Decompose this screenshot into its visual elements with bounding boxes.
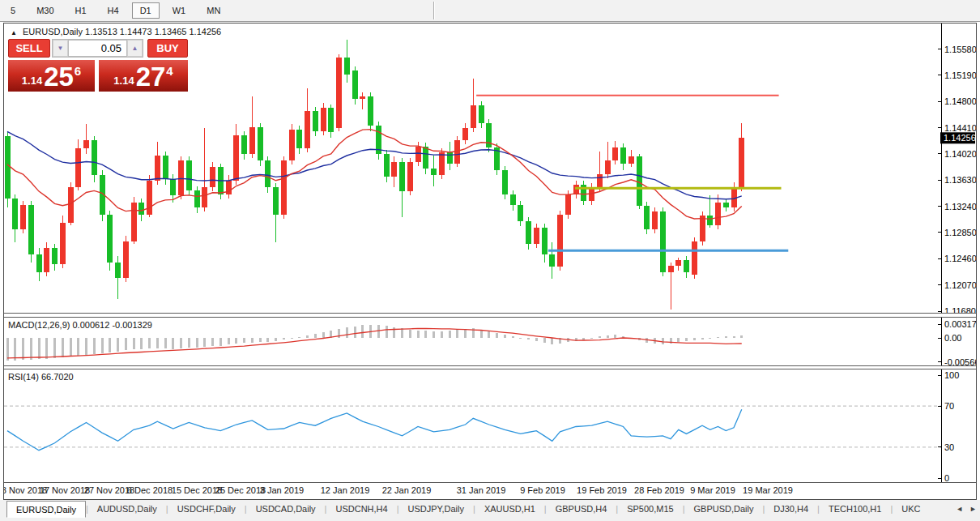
candlestick [138, 203, 144, 215]
candlestick [660, 211, 666, 272]
date-label: 9 Feb 2019 [520, 485, 565, 495]
volume-decrease-icon[interactable]: ▼ [53, 40, 68, 57]
timeframe-button-mn[interactable]: MN [198, 2, 228, 19]
macd-histogram-bar [693, 338, 696, 340]
volume-increase-icon[interactable]: ▲ [127, 40, 143, 57]
macd-label: MACD(12,26,9) 0.000612 -0.001329 [8, 320, 152, 330]
buy-price-tile[interactable]: 1.14 27 4 [99, 60, 188, 92]
candlestick [52, 248, 58, 264]
macd-histogram-bar [283, 338, 285, 340]
macd-histogram-bar [441, 331, 443, 338]
tab-scroll-left-icon[interactable]: ◄ [956, 505, 963, 513]
candlestick [83, 140, 89, 148]
macd-histogram-bar [551, 338, 553, 344]
sell-price-tile[interactable]: 1.14 25 6 [8, 60, 95, 92]
macd-histogram-bar [354, 327, 356, 338]
timeframe-button-m30[interactable]: M30 [28, 2, 62, 19]
price-axis-label: 1.15190 [944, 70, 976, 80]
candlestick [534, 228, 539, 244]
collapse-arrow-icon[interactable]: ▲ [11, 29, 17, 36]
volume-input[interactable]: 0.05 [68, 40, 127, 57]
tab-scroll-buttons: ◄ ► [956, 505, 977, 513]
tab-usdcad-daily[interactable]: USDCAD,Daily [247, 501, 325, 516]
candlestick [131, 203, 137, 241]
sell-price-prefix: 1.14 [22, 75, 42, 87]
timeframe-button-d1[interactable]: D1 [132, 2, 160, 19]
macd-histogram-bar [125, 338, 127, 350]
macd-histogram-bar [677, 338, 680, 342]
candlestick [352, 70, 358, 99]
candlestick [652, 211, 658, 229]
tab-audusd-daily[interactable]: AUDUSD,Daily [88, 501, 166, 516]
candlestick [700, 216, 705, 241]
candlestick [518, 205, 523, 221]
macd-histogram-bar [709, 338, 711, 339]
tab-sp500-m15[interactable]: SP500,M15 [618, 501, 682, 516]
tab-usdjpy-daily[interactable]: USDJPY,Daily [399, 501, 474, 516]
macd-histogram-bar [62, 338, 64, 357]
tab-gbpusd-daily[interactable]: GBPUSD,Daily [684, 501, 762, 516]
tab-scroll-right-icon[interactable]: ► [969, 505, 977, 513]
candlestick [44, 248, 49, 272]
candlestick [447, 152, 453, 163]
trading-platform-window: 5M30H1H4D1W1MN ▲ EURUSD,Daily 1.13513 1.… [0, 0, 980, 521]
macd-histogram-bar [180, 338, 182, 348]
price-axis-label: 1.14410 [944, 123, 976, 133]
sell-price-pip: 6 [75, 64, 81, 78]
macd-histogram-bar [717, 337, 719, 338]
tab-gbpusd-h4[interactable]: GBPUSD,H4 [547, 501, 616, 516]
macd-histogram-bar [77, 338, 79, 356]
rsi-chart-canvas[interactable]: 10070300 [4, 369, 976, 483]
date-label: 28 Feb 2019 [634, 485, 684, 495]
tab-xauusd-h1[interactable]: XAUUSD,H1 [475, 501, 544, 516]
candlestick [557, 215, 563, 267]
buy-price-pip: 4 [166, 64, 173, 78]
macd-histogram-bar [393, 327, 395, 338]
macd-histogram-bar [740, 335, 743, 338]
tab-tech100-h1[interactable]: TECH100,H1 [820, 501, 890, 516]
sell-button[interactable]: SELL [8, 39, 50, 58]
chart-ohlc-values: 1.13513 1.14473 1.13465 1.14256 [85, 27, 221, 36]
date-axis: 8 Nov 201817 Nov 201827 Nov 20186 Dec 20… [4, 483, 976, 499]
candlestick [265, 160, 271, 187]
candlestick [368, 96, 373, 126]
candlestick [565, 194, 571, 215]
sell-price-big: 25 [44, 65, 74, 89]
candlestick [194, 190, 200, 208]
chart-symbol-label: EURUSD,Daily [23, 27, 83, 36]
macd-histogram-bar [211, 338, 214, 346]
macd-histogram-bar [203, 338, 206, 347]
candlestick [597, 174, 603, 188]
tab-usdchf-daily[interactable]: USDCHF,Daily [168, 501, 245, 516]
candlestick [471, 105, 476, 128]
tab-eurusd-daily[interactable]: EURUSD,Daily [6, 501, 86, 518]
price-axis-label: 1.15580 [944, 45, 976, 54]
tab-usdcnh-h4[interactable]: USDCNH,H4 [326, 501, 396, 516]
macd-histogram-bar [480, 330, 483, 338]
candlestick [707, 216, 713, 225]
candlestick [399, 162, 405, 191]
date-label: 6 Dec 2018 [127, 485, 173, 495]
candlestick [644, 206, 650, 229]
macd-histogram-bar [464, 329, 467, 338]
macd-histogram-bar [196, 338, 198, 348]
candlestick [321, 108, 326, 130]
candlestick [36, 254, 42, 272]
buy-button[interactable]: BUY [147, 39, 188, 58]
candlestick [542, 228, 548, 254]
candlestick [313, 111, 318, 131]
tab-ukc[interactable]: UKC [893, 501, 929, 516]
timeframe-button-w1[interactable]: W1 [164, 2, 194, 19]
timeframe-button-5[interactable]: 5 [2, 2, 23, 19]
candlestick [68, 187, 74, 222]
macd-histogram-bar [527, 338, 530, 340]
macd-histogram-bar [535, 338, 538, 341]
macd-histogram-bar [148, 338, 151, 348]
tab-dj30-h4[interactable]: DJ30,H4 [765, 501, 817, 516]
timeframe-button-h1[interactable]: H1 [67, 2, 95, 19]
macd-histogram-bar [314, 334, 317, 338]
timeframe-button-h4[interactable]: H4 [100, 2, 127, 19]
macd-histogram-bar [401, 328, 403, 338]
macd-histogram-bar [22, 338, 24, 360]
candlestick [692, 241, 697, 275]
